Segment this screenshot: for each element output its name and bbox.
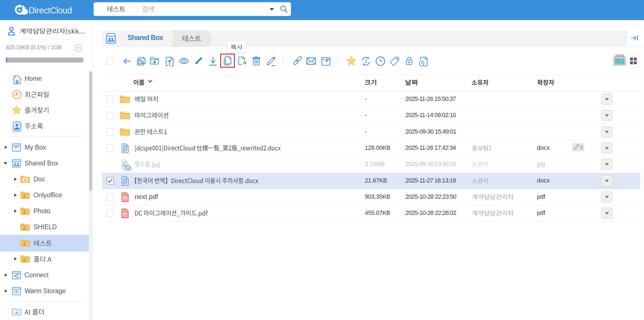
svg-text:AI: AI (24, 179, 27, 182)
svg-text:PDF: PDF (122, 212, 128, 215)
svg-text:2: 2 (580, 145, 583, 150)
svg-text:?: ? (77, 46, 79, 51)
svg-text:AI: AI (15, 311, 18, 314)
svg-text:1: 1 (364, 58, 367, 64)
svg-text:PDF: PDF (122, 196, 128, 199)
